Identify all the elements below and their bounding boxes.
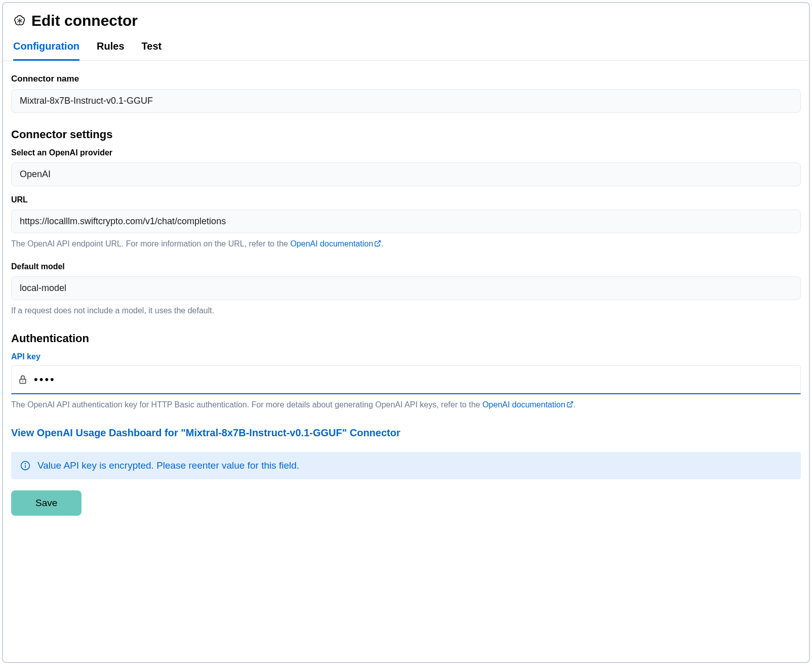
api-key-input[interactable] bbox=[34, 366, 794, 393]
svg-line-3 bbox=[569, 402, 572, 405]
url-helper: The OpenAI API endpoint URL. For more in… bbox=[11, 238, 801, 250]
svg-rect-2 bbox=[22, 381, 23, 382]
default-model-label: Default model bbox=[11, 262, 801, 271]
api-key-helper: The OpenAI API authentication key for HT… bbox=[11, 399, 801, 411]
info-icon bbox=[20, 461, 30, 471]
provider-input[interactable] bbox=[11, 162, 801, 186]
url-input[interactable] bbox=[11, 210, 801, 233]
lock-icon bbox=[18, 374, 34, 385]
default-model-helper: If a request does not include a model, i… bbox=[11, 305, 801, 316]
tabs: Configuration Rules Test bbox=[3, 35, 809, 61]
url-label: URL bbox=[11, 195, 801, 204]
save-button[interactable]: Save bbox=[11, 490, 82, 516]
svg-line-0 bbox=[377, 241, 380, 244]
connector-name-input[interactable] bbox=[11, 89, 801, 113]
connector-name-label: Connector name bbox=[11, 74, 801, 84]
tab-rules[interactable]: Rules bbox=[97, 35, 124, 61]
external-link-icon bbox=[566, 400, 574, 411]
openai-doc-link-apikey[interactable]: OpenAI documentation bbox=[482, 400, 574, 409]
provider-label: Select an OpenAI provider bbox=[11, 148, 801, 157]
connector-settings-heading: Connector settings bbox=[11, 128, 801, 141]
api-key-field-wrap bbox=[11, 365, 801, 394]
external-link-icon bbox=[374, 239, 381, 250]
openai-logo-icon bbox=[13, 14, 26, 27]
openai-doc-link-url[interactable]: OpenAI documentation bbox=[290, 239, 381, 248]
api-key-label: API key bbox=[11, 352, 801, 361]
page-title: Edit connector bbox=[31, 12, 138, 29]
info-banner: Value API key is encrypted. Please reent… bbox=[11, 452, 801, 479]
tab-test[interactable]: Test bbox=[142, 35, 162, 61]
tab-configuration[interactable]: Configuration bbox=[13, 35, 79, 61]
authentication-heading: Authentication bbox=[11, 332, 801, 345]
default-model-input[interactable] bbox=[11, 276, 801, 300]
info-banner-text: Value API key is encrypted. Please reent… bbox=[37, 460, 299, 471]
usage-dashboard-link[interactable]: View OpenAI Usage Dashboard for "Mixtral… bbox=[11, 427, 400, 439]
svg-point-6 bbox=[25, 464, 26, 464]
